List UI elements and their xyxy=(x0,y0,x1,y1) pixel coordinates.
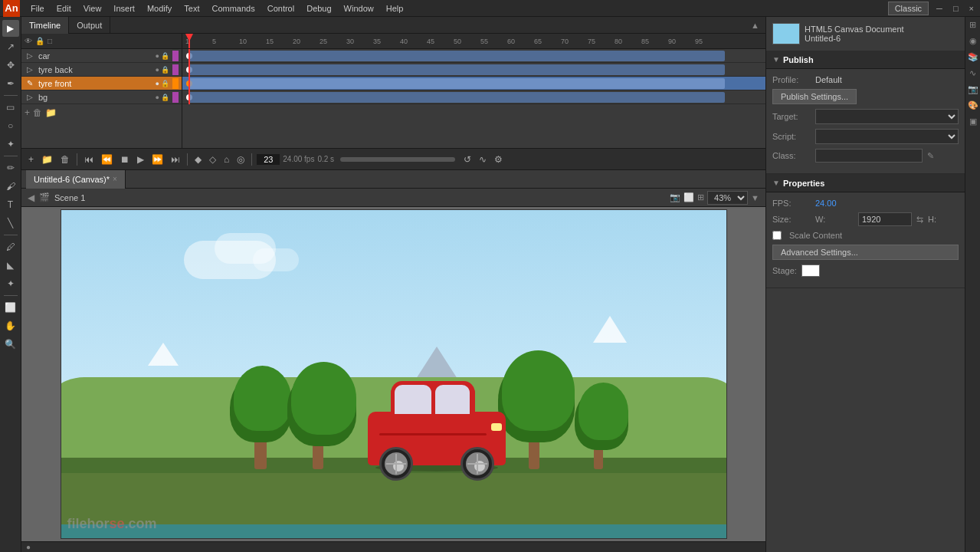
play-next-btn[interactable]: ⏩ xyxy=(149,153,166,166)
side-color-icon[interactable]: 🎨 xyxy=(968,100,978,110)
playhead[interactable] xyxy=(188,34,190,48)
current-frame-counter[interactable]: 23 xyxy=(257,154,280,165)
zoom-dropdown-btn[interactable]: ▼ xyxy=(751,193,759,202)
tool-eyedropper[interactable]: ✦ xyxy=(2,275,19,292)
tool-subselect[interactable]: ↗ xyxy=(2,38,19,55)
frame-row-car[interactable] xyxy=(182,49,765,63)
layer-tyre-front[interactable]: ✎ tyre front ● 🔒 xyxy=(21,77,182,90)
doc-tab-close[interactable]: × xyxy=(113,170,117,189)
menu-control[interactable]: Control xyxy=(261,0,300,17)
frame-row-tyre-front[interactable] xyxy=(182,77,765,90)
tool-eraser[interactable]: ⬜ xyxy=(2,299,19,316)
properties-header[interactable]: ▼ Properties xyxy=(766,174,965,192)
sync-btn[interactable]: ⚙ xyxy=(492,153,505,166)
window-close[interactable]: × xyxy=(966,4,977,13)
class-edit-icon[interactable]: ✎ xyxy=(927,151,934,161)
menu-modify[interactable]: Modify xyxy=(141,0,178,17)
side-swatches-icon[interactable]: ▣ xyxy=(969,117,977,127)
zoom-selector[interactable]: 43% xyxy=(707,191,748,205)
tab-timeline[interactable]: Timeline xyxy=(21,17,69,34)
side-library-icon[interactable]: 📚 xyxy=(968,52,978,62)
play-stop-btn[interactable]: ⏹ xyxy=(118,153,132,166)
loop-range-slider[interactable] xyxy=(340,157,455,162)
publish-settings-btn[interactable]: Publish Settings... xyxy=(772,89,857,104)
vis-dot-4[interactable]: ● xyxy=(156,94,159,101)
doc-tab-untitled6[interactable]: Untitled-6 (Canvas)* × xyxy=(26,170,126,189)
menu-text[interactable]: Text xyxy=(178,0,205,17)
window-maximize[interactable]: □ xyxy=(950,4,962,13)
target-select[interactable] xyxy=(815,109,959,124)
ease-btn[interactable]: ∿ xyxy=(477,153,489,166)
stage-color-swatch[interactable] xyxy=(801,264,820,277)
menu-debug[interactable]: Debug xyxy=(300,0,337,17)
side-assets-icon[interactable]: ◉ xyxy=(969,36,977,46)
lock-icon-2[interactable]: 🔒 xyxy=(161,66,169,74)
vis-dot-3[interactable]: ● xyxy=(156,80,159,87)
new-folder-btn[interactable]: 📁 xyxy=(39,153,55,166)
layer-car[interactable]: ▷ car ● 🔒 xyxy=(21,49,182,63)
menu-view[interactable]: View xyxy=(77,0,108,17)
menu-commands[interactable]: Commands xyxy=(205,0,261,17)
folder-layer-btn[interactable]: 📁 xyxy=(45,107,57,118)
stage[interactable]: filehorse.com xyxy=(61,209,727,539)
tool-polystar[interactable]: ✦ xyxy=(2,136,19,153)
menu-file[interactable]: File xyxy=(25,0,51,17)
advanced-settings-btn[interactable]: Advanced Settings... xyxy=(772,245,959,260)
side-properties-icon[interactable]: ⊞ xyxy=(969,20,976,30)
side-camera-icon[interactable]: 📷 xyxy=(968,84,978,94)
lock-icon-4[interactable]: 🔒 xyxy=(161,94,169,101)
add-keyframe-btn[interactable]: ◆ xyxy=(192,153,204,166)
fps-value[interactable]: 24.00 xyxy=(815,199,837,208)
tool-rectangle[interactable]: ▭ xyxy=(2,99,19,116)
timeline-collapse[interactable]: ▲ xyxy=(748,21,762,30)
tool-hand[interactable]: ✋ xyxy=(2,317,19,334)
tool-zoom[interactable]: 🔍 xyxy=(2,336,19,353)
play-first-btn[interactable]: ⏮ xyxy=(82,153,96,166)
play-btn[interactable]: ▶ xyxy=(135,153,146,166)
class-input[interactable] xyxy=(815,149,923,163)
tab-output[interactable]: Output xyxy=(69,17,110,34)
side-motion-icon[interactable]: ∿ xyxy=(969,68,976,78)
add-layer-btn[interactable]: + xyxy=(25,107,30,118)
tool-text[interactable]: T xyxy=(2,196,19,213)
vis-dot[interactable]: ● xyxy=(156,52,159,60)
width-input[interactable] xyxy=(858,212,912,226)
vis-dot-2[interactable]: ● xyxy=(156,66,159,74)
frame-row-bg[interactable] xyxy=(182,90,765,104)
script-select[interactable] xyxy=(815,129,959,144)
tool-line[interactable]: ╲ xyxy=(2,215,19,232)
tool-brush[interactable]: 🖌 xyxy=(2,178,19,195)
new-layer-btn[interactable]: + xyxy=(26,153,36,166)
tool-transform[interactable]: ✥ xyxy=(2,57,19,74)
workspace-selector[interactable]: Classic xyxy=(888,2,929,15)
scale-checkbox[interactable] xyxy=(772,231,782,240)
loop-back-btn[interactable]: ↺ xyxy=(461,153,474,166)
layer-tyre-back[interactable]: ▷ tyre back ● 🔒 xyxy=(21,63,182,77)
tool-pencil[interactable]: ✏ xyxy=(2,159,19,176)
play-prev-btn[interactable]: ⏪ xyxy=(99,153,115,166)
link-icon[interactable]: ⇆ xyxy=(916,215,923,225)
scene-nav-back[interactable]: ◀ xyxy=(28,192,34,203)
menu-edit[interactable]: Edit xyxy=(51,0,77,17)
canvas-viewport[interactable]: filehorse.com xyxy=(21,207,765,541)
snap-btn[interactable]: ⌂ xyxy=(221,153,231,166)
tool-select[interactable]: ▶ xyxy=(2,20,19,37)
layer-bg[interactable]: ▷ bg ● 🔒 xyxy=(21,90,182,104)
delete-layer-btn[interactable]: 🗑 xyxy=(33,107,42,118)
tool-paintbucket[interactable]: ◣ xyxy=(2,257,19,274)
tool-inkbottle[interactable]: 🖊 xyxy=(2,238,19,255)
remove-keyframe-btn[interactable]: ◇ xyxy=(207,153,218,166)
lock-icon-3[interactable]: 🔒 xyxy=(161,80,169,87)
menu-insert[interactable]: Insert xyxy=(107,0,141,17)
lock-icon[interactable]: 🔒 xyxy=(161,52,169,60)
frame-row-tyre-back[interactable] xyxy=(182,63,765,77)
onion-btn[interactable]: ◎ xyxy=(234,153,247,166)
tool-oval[interactable]: ○ xyxy=(2,117,19,134)
window-minimize[interactable]: ─ xyxy=(933,4,946,13)
publish-header[interactable]: ▼ Publish xyxy=(766,51,965,69)
menu-help[interactable]: Help xyxy=(380,0,410,17)
tool-pen[interactable]: ✒ xyxy=(2,75,19,92)
play-last-btn[interactable]: ⏭ xyxy=(169,153,182,166)
menu-window[interactable]: Window xyxy=(338,0,380,17)
delete-frame-btn[interactable]: 🗑 xyxy=(58,153,72,166)
